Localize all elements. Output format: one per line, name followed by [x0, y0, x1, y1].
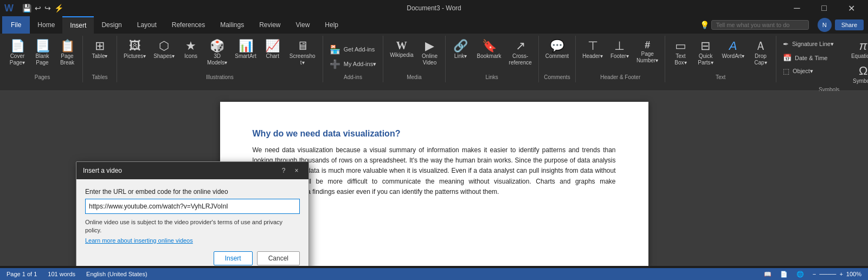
lightbulb-icon: 💡	[700, 21, 709, 29]
maximize-button[interactable]: □	[812, 0, 837, 16]
online-video-button[interactable]: ▶ OnlineVideo	[418, 38, 442, 68]
chart-button[interactable]: 📈 Chart	[261, 38, 285, 62]
bookmark-label: Bookmark	[477, 53, 501, 60]
page-number-button[interactable]: # PageNumber▾	[633, 38, 662, 66]
page-break-button[interactable]: 📋 PageBreak	[55, 38, 79, 68]
online-video-label: OnlineVideo	[422, 53, 438, 66]
close-button[interactable]: ✕	[839, 0, 864, 16]
table-button[interactable]: ⊞ Table▾	[86, 38, 113, 62]
footer-button[interactable]: ⊥ Footer▾	[607, 38, 632, 62]
comment-button[interactable]: 💬 Comment	[542, 38, 572, 62]
document-heading: Why do we need data visualization?	[253, 129, 616, 139]
save-icon[interactable]: 💾	[22, 4, 31, 12]
tab-review[interactable]: Review	[252, 16, 288, 34]
tab-insert[interactable]: Insert	[62, 16, 94, 34]
object-label: Object▾	[793, 68, 813, 75]
date-time-button[interactable]: 📅 Date & Time	[780, 51, 845, 64]
pages-label: Pages	[5, 74, 79, 82]
dialog-titlebar-buttons: ? ×	[278, 165, 302, 176]
video-url-input[interactable]	[85, 199, 300, 214]
tab-mailings[interactable]: Mailings	[213, 16, 252, 34]
symbol-button[interactable]: Ω Symbol▾	[848, 63, 868, 87]
dialog-link[interactable]: Learn more about inserting online videos	[85, 237, 300, 244]
icons-button[interactable]: ★ Icons	[179, 38, 203, 62]
my-addins-button[interactable]: ➕ My Add-ins▾	[326, 57, 380, 71]
shapes-button[interactable]: ⬡ Shapes▾	[150, 38, 178, 62]
comment-icon: 💬	[550, 40, 564, 52]
page-break-icon: 📋	[60, 40, 75, 52]
date-time-label: Date & Time	[795, 55, 828, 61]
object-button[interactable]: ⬚ Object▾	[780, 65, 845, 77]
wordart-button[interactable]: A WordArt▾	[718, 38, 748, 62]
insert-button[interactable]: Insert	[214, 251, 253, 265]
zoom-level: 100%	[846, 271, 861, 277]
links-items: 🔗 Link▾ 🔖 Bookmark ↗ Cross-reference	[449, 36, 535, 74]
equation-label: Equation▾	[851, 53, 868, 60]
cover-page-button[interactable]: 📄 CoverPage▾	[5, 38, 29, 68]
get-addins-icon: 🏪	[330, 44, 340, 55]
bookmark-button[interactable]: 🔖 Bookmark	[474, 38, 505, 62]
tab-design[interactable]: Design	[94, 16, 129, 34]
cross-reference-label: Cross-reference	[509, 53, 532, 66]
view-mode-print-icon[interactable]: 📄	[780, 271, 788, 278]
tab-references[interactable]: References	[164, 16, 213, 34]
tab-view[interactable]: View	[288, 16, 318, 34]
online-video-icon: ▶	[425, 40, 434, 52]
chart-icon: 📈	[265, 40, 280, 52]
zoom-in-button[interactable]: +	[839, 271, 843, 277]
share-button[interactable]: Share	[835, 19, 864, 30]
cancel-button[interactable]: Cancel	[257, 251, 300, 265]
blank-page-button[interactable]: 📃 BlankPage	[30, 38, 54, 68]
drop-cap-button[interactable]: Ａ DropCap▾	[749, 38, 773, 68]
user-avatar[interactable]: N	[818, 18, 832, 32]
link-button[interactable]: 🔗 Link▾	[449, 38, 473, 62]
search-input[interactable]	[711, 20, 809, 30]
cross-reference-button[interactable]: ↗ Cross-reference	[506, 38, 535, 68]
zoom-out-button[interactable]: −	[813, 271, 816, 277]
tables-items: ⊞ Table▾	[86, 36, 113, 74]
zoom-slider[interactable]: ────	[819, 271, 836, 277]
autosave-icon[interactable]: ⚡	[54, 4, 63, 12]
ribbon-group-header-footer: ⊤ Header▾ ⊥ Footer▾ # PageNumber▾ Header…	[576, 36, 665, 82]
ribbon-tabs: File Home Insert Design Layout Reference…	[0, 16, 868, 34]
wikipedia-button[interactable]: W Wikipedia	[387, 38, 416, 61]
tab-layout[interactable]: Layout	[130, 16, 164, 34]
links-label: Links	[449, 74, 535, 82]
smartart-button[interactable]: 📊 SmartArt	[232, 38, 259, 62]
ribbon-group-symbols: ✒ Signature Line▾ 📅 Date & Time ⬚ Object…	[776, 36, 868, 82]
quick-parts-label: QuickParts▾	[698, 53, 713, 66]
undo-icon[interactable]: ↩	[35, 4, 41, 12]
page-number-label: PageNumber▾	[636, 51, 659, 64]
text-box-button[interactable]: ▭ TextBox▾	[668, 38, 692, 68]
tab-home[interactable]: Home	[30, 16, 62, 34]
drop-cap-icon: Ａ	[755, 40, 767, 52]
blank-page-icon: 📃	[35, 40, 50, 52]
equation-button[interactable]: π Equation▾	[848, 38, 868, 62]
redo-icon[interactable]: ↪	[44, 4, 51, 12]
ribbon-group-tables: ⊞ Table▾ Tables	[83, 36, 117, 82]
icons-icon: ★	[185, 40, 196, 52]
status-bar: Page 1 of 1 101 words English (United St…	[0, 268, 868, 280]
get-addins-button[interactable]: 🏪 Get Add-ins	[326, 43, 378, 56]
header-footer-label: Header & Footer	[579, 74, 661, 82]
footer-icon: ⊥	[614, 40, 625, 52]
tab-file[interactable]: File	[2, 16, 30, 34]
minimize-button[interactable]: ─	[785, 0, 809, 16]
my-addins-icon: ➕	[330, 59, 340, 69]
signature-line-button[interactable]: ✒ Signature Line▾	[780, 38, 845, 50]
tab-help[interactable]: Help	[317, 16, 346, 34]
dialog-close-button[interactable]: ×	[291, 165, 302, 176]
3d-models-button[interactable]: 🎲 3DModels▾	[204, 38, 230, 68]
dialog-help-button[interactable]: ?	[278, 165, 289, 176]
header-button[interactable]: ⊤ Header▾	[579, 38, 606, 62]
comment-label: Comment	[545, 53, 569, 60]
page-info: Page 1 of 1	[7, 271, 37, 277]
word-logo: W	[4, 3, 14, 14]
quick-parts-button[interactable]: ⊟ QuickParts▾	[693, 38, 717, 68]
signature-line-icon: ✒	[783, 40, 789, 48]
text-items: ▭ TextBox▾ ⊟ QuickParts▾ A WordArt▾ Ａ Dr…	[668, 36, 773, 74]
pictures-button[interactable]: 🖼 Pictures▾	[120, 38, 149, 62]
view-mode-read-icon[interactable]: 📖	[764, 271, 771, 278]
screenshot-button[interactable]: 🖥 Screenshot▾	[286, 38, 319, 68]
view-mode-web-icon[interactable]: 🌐	[796, 271, 804, 278]
